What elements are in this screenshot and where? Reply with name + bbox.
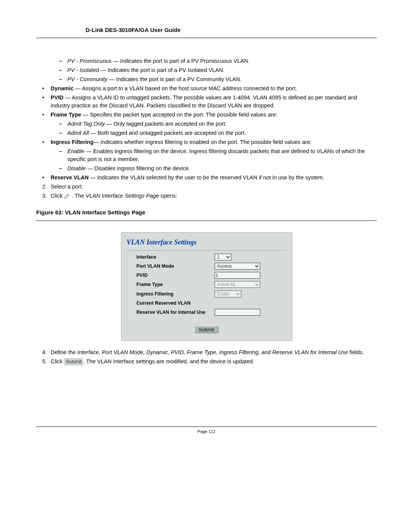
submit-button[interactable]: Submit bbox=[194, 326, 218, 333]
vlan-settings-panel: VLAN Interface Settings Interface 1 Port… bbox=[121, 232, 292, 341]
step4-fields: Interface, Port VLAN Mode, Dynamic, PVID… bbox=[77, 349, 348, 355]
label-pvid: PVID bbox=[137, 272, 215, 279]
list-item: Frame Type — Specifies the packet type a… bbox=[51, 111, 377, 137]
figure-rule bbox=[36, 220, 377, 221]
frametype-sublist: Admit Tag Only — Only tagged packets are… bbox=[51, 120, 377, 137]
submit-inline-label: Submit bbox=[64, 358, 83, 366]
list-item: Admit Tag Only — Only tagged packets are… bbox=[67, 120, 377, 128]
frame-type-select[interactable]: Admit All bbox=[215, 281, 260, 288]
list-item: PV - Isolated — Indicates the port is pa… bbox=[67, 66, 377, 74]
content-body: PV - Promiscuous — Indicates the port is… bbox=[36, 57, 377, 366]
port-vlan-mode-select[interactable]: Access bbox=[215, 263, 260, 270]
page-number: Page 112 bbox=[36, 427, 377, 434]
panel-title: VLAN Interface Settings bbox=[127, 236, 287, 251]
settings-grid: Interface 1 Port VLAN Mode Access PVID F… bbox=[137, 254, 287, 316]
label-current-reserved: Current Reserved VLAN bbox=[137, 300, 215, 307]
interface-select[interactable]: 1 bbox=[215, 254, 231, 260]
pvid-input[interactable] bbox=[215, 272, 260, 279]
list-item: PV - Promiscuous — Indicates the port is… bbox=[67, 57, 377, 65]
steps-list-2: 4. Define the Interface, Port VLAN Mode,… bbox=[36, 348, 377, 366]
label-frame: Frame Type bbox=[137, 281, 215, 288]
list-item: Reserve VLAN — Indicates the VLAN select… bbox=[51, 174, 377, 182]
step-5: 5. Click Submit. The VLAN interface sett… bbox=[51, 358, 377, 366]
step-4: 4. Define the Interface, Port VLAN Mode,… bbox=[51, 348, 377, 356]
ingress-filtering-select[interactable]: Enable bbox=[215, 291, 241, 297]
step-3: 3. Click . The VLAN Interface Settings P… bbox=[51, 192, 377, 200]
step-2: 2.Select a port. bbox=[51, 183, 377, 191]
label-interface: Interface bbox=[137, 254, 215, 260]
list-item: Ingress Filtering— Indicates whether ing… bbox=[51, 138, 377, 173]
page-header: D-Link DES-3010FA/GA User Guide bbox=[36, 27, 377, 38]
label-mode: Port VLAN Mode bbox=[137, 263, 215, 270]
edit-pencil-icon bbox=[64, 193, 70, 199]
list-item: Enable — Enables ingress filtering on th… bbox=[67, 147, 377, 163]
label-reserve: Reserve VLAN for Internal Use bbox=[137, 309, 215, 316]
figure-caption: Figure 63: VLAN Interface Settings Page bbox=[36, 208, 377, 217]
list-item: Admit All — Both tagged and untagged pac… bbox=[67, 129, 377, 137]
reserve-vlan-input[interactable] bbox=[215, 309, 260, 316]
list-item: PV - Community — Indicates the port is p… bbox=[67, 75, 377, 83]
steps-list: 2.Select a port. 3. Click . The VLAN Int… bbox=[36, 183, 377, 200]
main-bullets: Dynamic — Assigns a port to a VLAN based… bbox=[36, 85, 377, 182]
ingress-sublist: Enable — Enables ingress filtering on th… bbox=[51, 147, 377, 173]
list-item: PVID — Assigns a VLAN ID to untagged pac… bbox=[51, 94, 377, 110]
list-item: Disable — Disables ingress filtering on … bbox=[67, 165, 377, 173]
label-ingress: Ingress Filtering bbox=[137, 291, 215, 297]
document-page: D-Link DES-3010FA/GA User Guide PV - Pro… bbox=[0, 0, 411, 449]
pv-sublist: PV - Promiscuous — Indicates the port is… bbox=[36, 57, 377, 83]
list-item: Dynamic — Assigns a port to a VLAN based… bbox=[51, 85, 377, 93]
header-title: D-Link DES-3010FA/GA User Guide bbox=[86, 27, 181, 33]
